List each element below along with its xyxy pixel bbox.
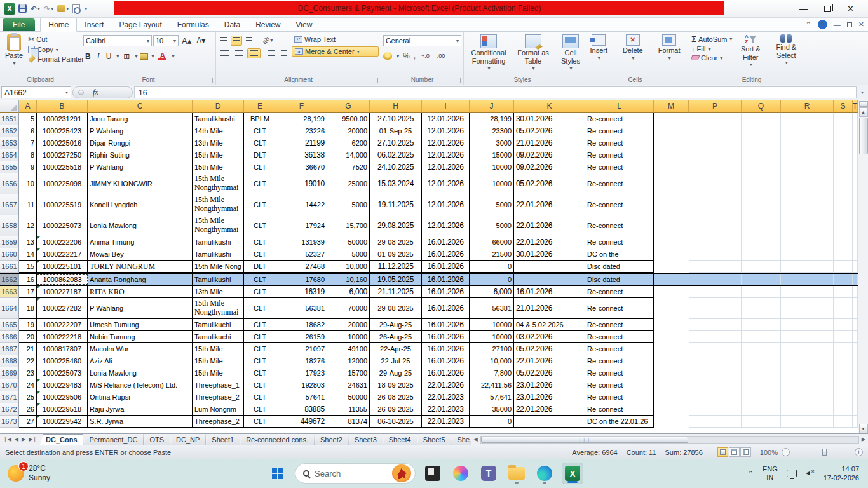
cell[interactable] (654, 274, 689, 285)
zoom-slider-thumb[interactable] (822, 449, 827, 456)
cell[interactable]: 0 (470, 261, 514, 273)
cell[interactable] (834, 298, 853, 319)
cell[interactable] (742, 274, 781, 285)
cell[interactable]: 0 (470, 274, 514, 285)
cell[interactable]: 24631 (327, 379, 370, 391)
cell[interactable]: 22.01.2023 (422, 391, 470, 403)
find-select-button[interactable]: Find & Select▾ (769, 33, 803, 67)
cell[interactable]: 24 (19, 379, 37, 391)
cell[interactable] (781, 137, 834, 149)
cell[interactable] (781, 161, 834, 173)
cell[interactable]: Mowai Bey (88, 248, 193, 261)
cell[interactable]: 192803 (276, 379, 327, 391)
row-header-1659[interactable]: 1659 (0, 236, 19, 248)
column-header-I[interactable]: I (422, 100, 470, 113)
cell[interactable]: Threephase_2 (193, 416, 244, 428)
cell[interactable] (689, 391, 742, 403)
cell[interactable] (834, 391, 853, 403)
cell[interactable]: CLT (244, 298, 276, 319)
cell[interactable]: 21097 (276, 343, 327, 355)
cell[interactable]: CLT (244, 173, 276, 194)
cell[interactable] (742, 343, 781, 355)
cell[interactable]: 23.01.2026 (514, 379, 585, 391)
row-header-1653[interactable]: 1653 (0, 137, 19, 149)
cell[interactable]: Tamulikushi (193, 248, 244, 261)
print-preview-button[interactable] (72, 3, 81, 15)
column-header-D[interactable]: D (193, 100, 244, 113)
delete-cells-button[interactable]: ✕Delete▾ (620, 33, 646, 62)
cell[interactable]: 15.03.2024 (370, 173, 422, 194)
page-layout-view-button[interactable] (729, 447, 740, 457)
cell[interactable] (834, 236, 853, 248)
cell[interactable]: Re-connect (585, 286, 654, 298)
align-middle-button[interactable] (231, 36, 242, 46)
cell[interactable]: 15th Mile (193, 355, 244, 367)
cell[interactable]: 01-09-2025 (370, 248, 422, 261)
cell[interactable] (654, 261, 689, 273)
cell[interactable] (742, 379, 781, 391)
cell[interactable]: 7520 (327, 161, 370, 173)
cell[interactable]: 1000231291 (37, 113, 88, 125)
cell[interactable]: Re-connect (585, 137, 654, 149)
cell[interactable] (742, 236, 781, 248)
cell[interactable]: 20000 (327, 125, 370, 137)
cell[interactable] (742, 355, 781, 367)
cell[interactable]: Ananta Ronghang (88, 274, 193, 285)
cell[interactable]: 05.02.2026 (514, 367, 585, 379)
cell[interactable] (742, 298, 781, 319)
cell[interactable]: 13 (19, 236, 37, 248)
cell[interactable] (654, 298, 689, 319)
row-header-1661[interactable]: 1661 (0, 261, 19, 273)
row-header-1667[interactable]: 1667 (0, 343, 19, 355)
cell[interactable]: 1000227187 (37, 286, 88, 298)
cell[interactable]: 1000225460 (37, 355, 88, 367)
cell[interactable]: 12.01.2026 (422, 215, 470, 236)
cell[interactable]: 36138 (276, 149, 327, 161)
cell[interactable]: 22.01.2026 (422, 379, 470, 391)
zoom-in-button[interactable]: + (855, 448, 863, 456)
cell[interactable]: 22.01.2026 (514, 215, 585, 236)
italic-button[interactable]: I (95, 51, 102, 62)
cell[interactable]: Riphir Suting (88, 149, 193, 161)
cell[interactable] (853, 113, 858, 125)
cell[interactable]: 22.01.2026 (514, 403, 585, 416)
cell[interactable] (742, 161, 781, 173)
cell[interactable]: Jonu Tarang (88, 113, 193, 125)
row-header-1656[interactable]: 1656 (0, 173, 19, 194)
cell[interactable]: 17680 (276, 274, 327, 285)
cell[interactable]: 15700 (327, 367, 370, 379)
cell[interactable] (834, 173, 853, 194)
cell[interactable]: DC on the (585, 248, 654, 261)
cell[interactable] (781, 113, 834, 125)
cell[interactable]: 28,199 (470, 113, 514, 125)
cell[interactable] (834, 113, 853, 125)
cell[interactable] (514, 416, 585, 428)
merge-center-button[interactable]: aMerge & Center▾ (292, 46, 379, 57)
cell[interactable] (781, 331, 834, 343)
cell[interactable]: RITA KRO (88, 286, 193, 298)
cell[interactable]: 26-Aug-25 (370, 331, 422, 343)
decrease-decimal-button[interactable]: .00 (435, 51, 447, 60)
cell[interactable]: CLT (244, 236, 276, 248)
cell[interactable]: 1000862083 (37, 274, 88, 285)
cell[interactable] (654, 161, 689, 173)
minimize-button[interactable]: — (799, 4, 808, 13)
taskbar-teams[interactable]: T (478, 463, 499, 484)
cell[interactable] (742, 367, 781, 379)
formula-bar-expand-icon[interactable]: ▾ (858, 90, 867, 95)
cell[interactable] (781, 215, 834, 236)
cell[interactable] (654, 391, 689, 403)
cell[interactable] (853, 286, 858, 298)
cell[interactable]: Re-connect (585, 161, 654, 173)
cell[interactable]: 12.01.2026 (422, 161, 470, 173)
column-header-E[interactable]: E (244, 100, 276, 113)
cell[interactable] (689, 236, 742, 248)
cell[interactable] (689, 298, 742, 319)
cell[interactable] (742, 125, 781, 137)
row-header-1655[interactable]: 1655 (0, 161, 19, 173)
cell[interactable] (654, 331, 689, 343)
cell[interactable]: 06.02.2025 (370, 149, 422, 161)
cell[interactable]: P Wahlang (88, 125, 193, 137)
cell[interactable]: Nobin Tumung (88, 331, 193, 343)
cell[interactable] (781, 286, 834, 298)
